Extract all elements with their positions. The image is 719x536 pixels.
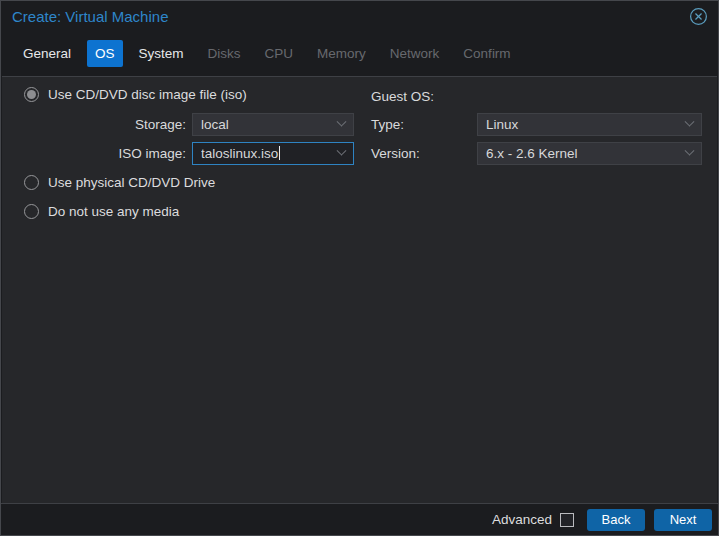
- iso-image-value: taloslinux.iso: [201, 146, 332, 161]
- advanced-label: Advanced: [492, 512, 552, 527]
- iso-image-input[interactable]: taloslinux.iso: [192, 142, 354, 165]
- storage-select[interactable]: local: [192, 113, 354, 136]
- radio-label: Use physical CD/DVD Drive: [48, 175, 215, 190]
- storage-value: local: [201, 117, 332, 132]
- radio-icon[interactable]: [24, 175, 39, 190]
- tab-memory: Memory: [309, 40, 374, 67]
- os-type-select[interactable]: Linux: [477, 113, 702, 136]
- next-button[interactable]: Next: [654, 509, 712, 531]
- os-tab-panel: Use CD/DVD disc image file (iso) Storage…: [2, 76, 717, 505]
- radio-icon[interactable]: [24, 87, 39, 102]
- chevron-down-icon[interactable]: [685, 146, 695, 156]
- radio-option-physical-drive[interactable]: Use physical CD/DVD Drive: [24, 175, 215, 190]
- tab-confirm: Confirm: [455, 40, 518, 67]
- back-button[interactable]: Back: [587, 509, 645, 531]
- tab-system[interactable]: System: [131, 40, 192, 67]
- iso-image-label: ISO image:: [24, 146, 186, 161]
- close-icon[interactable]: [688, 6, 708, 26]
- storage-label: Storage:: [24, 117, 186, 132]
- tab-network: Network: [382, 40, 448, 67]
- tab-disks: Disks: [200, 40, 249, 67]
- create-vm-dialog: Create: Virtual Machine General OS Syste…: [0, 0, 719, 536]
- dialog-title: Create: Virtual Machine: [12, 8, 168, 25]
- chevron-down-icon[interactable]: [337, 117, 347, 127]
- radio-icon[interactable]: [24, 204, 39, 219]
- tab-cpu: CPU: [257, 40, 302, 67]
- guest-os-heading: Guest OS:: [371, 89, 434, 104]
- tab-os[interactable]: OS: [87, 40, 123, 67]
- dialog-titlebar: Create: Virtual Machine: [1, 1, 718, 31]
- dialog-footer: Advanced Back Next: [1, 503, 718, 535]
- radio-label: Use CD/DVD disc image file (iso): [48, 87, 247, 102]
- wizard-tabbar: General OS System Disks CPU Memory Netwo…: [1, 31, 718, 76]
- tab-general[interactable]: General: [15, 40, 79, 67]
- radio-label: Do not use any media: [48, 204, 179, 219]
- os-version-value: 6.x - 2.6 Kernel: [486, 146, 680, 161]
- radio-option-cd-image[interactable]: Use CD/DVD disc image file (iso): [24, 87, 247, 102]
- type-label: Type:: [371, 117, 404, 132]
- chevron-down-icon[interactable]: [685, 117, 695, 127]
- text-caret: [279, 146, 280, 160]
- os-type-value: Linux: [486, 117, 680, 132]
- radio-option-no-media[interactable]: Do not use any media: [24, 204, 179, 219]
- advanced-checkbox[interactable]: [560, 513, 574, 527]
- chevron-down-icon[interactable]: [337, 146, 347, 156]
- version-label: Version:: [371, 146, 420, 161]
- os-version-select[interactable]: 6.x - 2.6 Kernel: [477, 142, 702, 165]
